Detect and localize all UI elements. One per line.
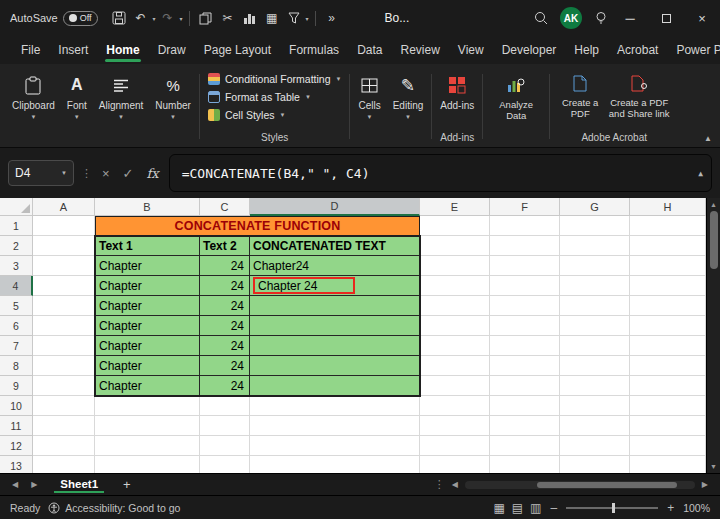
cell-F5[interactable]	[490, 296, 560, 316]
cancel-icon[interactable]: ×	[99, 166, 113, 181]
cell-H7[interactable]	[630, 336, 706, 356]
cell-E13[interactable]	[420, 456, 490, 473]
cell-G8[interactable]	[560, 356, 630, 376]
cell-E4[interactable]	[420, 276, 490, 296]
cell-F3[interactable]	[490, 256, 560, 276]
cell-E10[interactable]	[420, 396, 490, 416]
horizontal-scroll-track[interactable]	[465, 481, 695, 489]
ribbon-group-number[interactable]: % Number ▼	[149, 66, 197, 147]
cell-A4[interactable]	[33, 276, 95, 296]
cell-D6[interactable]	[250, 316, 420, 336]
enter-icon[interactable]: ✓	[120, 166, 137, 181]
col-header-D[interactable]: D	[250, 198, 420, 216]
lightbulb-icon[interactable]	[591, 6, 611, 30]
cell-G6[interactable]	[560, 316, 630, 336]
cell-A9[interactable]	[33, 376, 95, 396]
cell-A3[interactable]	[33, 256, 95, 276]
cell-B10[interactable]	[95, 396, 200, 416]
cell-G12[interactable]	[560, 436, 630, 456]
cell-D4[interactable]: Chapter 24	[250, 276, 420, 296]
row-header-8[interactable]: 8	[0, 356, 33, 376]
ribbon-group-font[interactable]: A Font ▼	[61, 66, 93, 147]
select-all-corner[interactable]	[0, 198, 33, 216]
col-header-H[interactable]: H	[630, 198, 706, 216]
undo-icon[interactable]: ↶	[131, 6, 151, 30]
cell-B8[interactable]: Chapter	[95, 356, 200, 376]
cell-D5[interactable]	[250, 296, 420, 316]
cell-D7[interactable]	[250, 336, 420, 356]
cell-C4[interactable]: 24	[200, 276, 250, 296]
cell-C10[interactable]	[200, 396, 250, 416]
prev-sheet-icon[interactable]: ◀	[10, 480, 20, 489]
cell-E9[interactable]	[420, 376, 490, 396]
cell-C8[interactable]: 24	[200, 356, 250, 376]
cell-B13[interactable]	[95, 456, 200, 473]
overflow-icon[interactable]: »	[322, 6, 342, 30]
cell-G1[interactable]	[560, 216, 630, 236]
cell-H13[interactable]	[630, 456, 706, 473]
cell-E11[interactable]	[420, 416, 490, 436]
row-header-9[interactable]: 9	[0, 376, 33, 396]
scroll-up-icon[interactable]: ▲	[710, 198, 717, 211]
cell-C6[interactable]: 24	[200, 316, 250, 336]
addins-button-label[interactable]: Add-ins	[440, 100, 474, 111]
cell-H3[interactable]	[630, 256, 706, 276]
tab-home[interactable]: Home	[97, 38, 148, 62]
cell-B1[interactable]: CONCATENATE FUNCTION	[95, 216, 420, 236]
ribbon-group-editing[interactable]: ✎ Editing ▼	[387, 66, 430, 147]
cell-B6[interactable]: Chapter	[95, 316, 200, 336]
cell-A12[interactable]	[33, 436, 95, 456]
cell-G4[interactable]	[560, 276, 630, 296]
cell-H9[interactable]	[630, 376, 706, 396]
cell-H1[interactable]	[630, 216, 706, 236]
col-header-F[interactable]: F	[490, 198, 560, 216]
cell-B7[interactable]: Chapter	[95, 336, 200, 356]
scroll-left-icon[interactable]: ◀	[450, 480, 460, 489]
cell-F12[interactable]	[490, 436, 560, 456]
maximize-button[interactable]	[648, 0, 684, 36]
cell-F9[interactable]	[490, 376, 560, 396]
horizontal-scroll-thumb[interactable]	[537, 482, 677, 488]
cell-G10[interactable]	[560, 396, 630, 416]
insert-function-button[interactable]: fx	[144, 166, 162, 181]
cell-H11[interactable]	[630, 416, 706, 436]
cell-F10[interactable]	[490, 396, 560, 416]
cell-G11[interactable]	[560, 416, 630, 436]
cell-D9[interactable]	[250, 376, 420, 396]
col-header-E[interactable]: E	[420, 198, 490, 216]
cell-B5[interactable]: Chapter	[95, 296, 200, 316]
cell-A8[interactable]	[33, 356, 95, 376]
row-header-2[interactable]: 2	[0, 236, 33, 256]
cell-E8[interactable]	[420, 356, 490, 376]
zoom-in-button[interactable]: +	[665, 501, 676, 515]
col-header-A[interactable]: A	[33, 198, 95, 216]
cell-F1[interactable]	[490, 216, 560, 236]
cell-G13[interactable]	[560, 456, 630, 473]
cell-F11[interactable]	[490, 416, 560, 436]
tab-draw[interactable]: Draw	[149, 38, 195, 62]
analyze-data-button[interactable]: Analyze Data	[485, 66, 547, 147]
page-break-view-icon[interactable]: ▥	[530, 501, 541, 515]
cell-A6[interactable]	[33, 316, 95, 336]
cell-C13[interactable]	[200, 456, 250, 473]
cell-A13[interactable]	[33, 456, 95, 473]
close-button[interactable]: ×	[684, 0, 720, 36]
cell-G9[interactable]	[560, 376, 630, 396]
search-icon[interactable]	[531, 6, 551, 30]
row-header-7[interactable]: 7	[0, 336, 33, 356]
redo-icon[interactable]: ↷	[158, 6, 178, 30]
tab-page-layout[interactable]: Page Layout	[195, 38, 280, 62]
zoom-slider-thumb[interactable]	[612, 503, 615, 513]
cell-A11[interactable]	[33, 416, 95, 436]
cell-A5[interactable]	[33, 296, 95, 316]
cell-B12[interactable]	[95, 436, 200, 456]
row-header-1[interactable]: 1	[0, 216, 33, 236]
cell-E6[interactable]	[420, 316, 490, 336]
add-sheet-button[interactable]: +	[119, 477, 135, 492]
row-header-11[interactable]: 11	[0, 416, 33, 436]
cell-B3[interactable]: Chapter	[95, 256, 200, 276]
ribbon-group-clipboard[interactable]: Clipboard ▼	[6, 66, 61, 147]
cell-F6[interactable]	[490, 316, 560, 336]
create-pdf-share-button[interactable]: Create a PDF and Share link	[608, 71, 670, 119]
zoom-slider[interactable]	[566, 507, 658, 509]
